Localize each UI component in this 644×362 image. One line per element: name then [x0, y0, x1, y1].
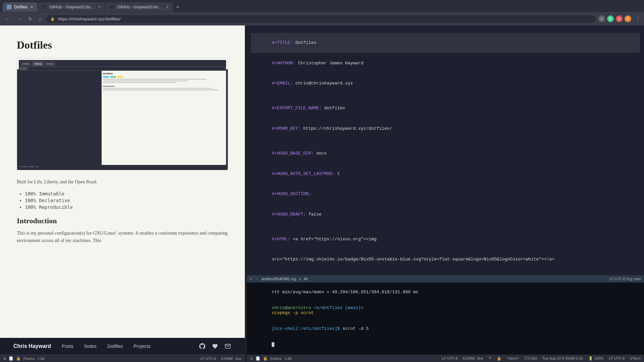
nix-shell-prompt: [nix-shell:/etc/dotfiles]$: [272, 326, 340, 331]
org-html2-line: #+HTML: <a href="https://www.gnu.org/sof…: [251, 270, 640, 275]
mini-browser: dotfiles GitHub GitHub: [19, 69, 226, 168]
sys-left: 📄 🔒 Firefox 1 All: [250, 356, 291, 361]
toolbar-icons: ☆ B U F: [598, 15, 631, 22]
sys-vterm-label: *vterm*: [507, 356, 519, 361]
sys-firefox-label: Firefox: [270, 357, 282, 361]
org-hugo-auto-val: t: [335, 171, 340, 176]
org-author-line: #+AUTHOR: Christopher James Hayward: [251, 53, 640, 73]
sys-bot-label: 170 Bot: [524, 356, 537, 361]
heart-social-icon[interactable]: [211, 343, 219, 350]
blank-line-4: [251, 225, 640, 229]
org-email-val: chris@chrishayward.xyz: [293, 81, 353, 86]
org-hugo-section-line: #+HUGO_SECTION:: [251, 184, 640, 204]
bullet-item-2: 100% Declarative: [25, 198, 228, 203]
extension1-icon[interactable]: B: [607, 15, 614, 22]
sys-dot: [250, 357, 253, 360]
status-encoding: LF UTF-8: [200, 357, 216, 361]
sys-vterm2: VTerm: [630, 356, 641, 361]
tab-github1[interactable]: GitHub - chayward1/dotfi... ✕: [38, 2, 105, 12]
shell-cursor: [272, 342, 274, 347]
extension2-icon[interactable]: U: [616, 15, 623, 22]
mini-text3: [103, 82, 176, 83]
system-status-bar: 📄 🔒 Firefox 1 All LF UTF-8 EXWM : line 🔒…: [247, 355, 644, 362]
bullet-item-1: 100% Immutable: [25, 191, 228, 196]
org-email-key: #+EMAIL:: [272, 81, 292, 86]
blank-line-1: [251, 28, 640, 33]
sys-encoding: LF UTF-8: [442, 356, 458, 361]
mail-social-icon[interactable]: [224, 343, 231, 350]
org-export-line: #+EXPORT_FILE_NAME: dotfiles: [251, 98, 640, 118]
address-lock-icon: 🔒: [50, 17, 55, 21]
sys-lock2-icon: 🔒: [497, 356, 501, 361]
org-export-val: dotfiles: [322, 106, 345, 111]
new-tab-button[interactable]: +: [173, 3, 182, 11]
browser-status-bar: 📄 🔒 Firefox 1 All LF UTF-8 EXWM : line: [0, 355, 245, 362]
prev-cmd: nixpkgs -p scrot: [272, 310, 314, 315]
term-all-label: All: [304, 277, 308, 281]
bottom-nav: Chris Hayward Posts Notes Dotfiles Proje…: [0, 338, 245, 355]
org-html1-src-line: src="https://img.shields.io/badge/NixOS-…: [251, 249, 640, 269]
sys-exwm-mode: EXWM : line: [463, 356, 483, 361]
menu-icon[interactable]: ⋮: [635, 16, 641, 22]
intro-heading: Introduction: [17, 217, 228, 225]
sys-file-icon: 📄: [256, 356, 260, 361]
browser-content: Dotfiles Immutable NixOS dotfiles. Copy …: [0, 25, 245, 362]
nav-link-dotfiles[interactable]: Dotfiles: [107, 344, 123, 349]
screenshot-image: dotfiles GitHub GitHub: [17, 69, 228, 170]
terminal-area: #+TITLE: Dotfiles #+AUTHOR: Christopher …: [247, 25, 644, 362]
tab-close-dotfiles[interactable]: ✕: [30, 5, 33, 9]
cursor-line: [251, 337, 640, 352]
back-button[interactable]: ←: [3, 15, 12, 22]
tab-github2[interactable]: GitHub - chayward1/dotfi... ✕: [106, 2, 173, 12]
term-buffer-num: 1: [299, 277, 301, 281]
address-text: https://chrishayward.xyz/dotfiles/: [58, 16, 592, 21]
org-roam-line: #+ROAM_KEY: https://chrishayward.xyz/dot…: [251, 119, 640, 139]
bookmark-icon[interactable]: ☆: [598, 15, 605, 22]
org-hugo-auto-line: #+HUGO_AUTO_SET_LASTMOD: t: [251, 164, 640, 184]
term-file-name: dotfiles/README.org: [261, 277, 296, 281]
rtt-line: rtt min/avg/max/mdev = 49.294/186.651/36…: [251, 285, 640, 300]
org-roam-val: https://chrishayward.xyz/dotfiles/: [301, 126, 392, 131]
sys-encoding2: LF UTF-8: [609, 356, 625, 361]
refresh-button[interactable]: ↻: [26, 15, 34, 22]
status-left: 📄 🔒 Firefox 1 All: [3, 356, 44, 361]
nav-link-projects[interactable]: Projects: [133, 344, 151, 349]
mini-right-panel: Dotfiles Introduction: [102, 71, 226, 165]
status-file-icon: 📄: [9, 356, 13, 361]
nav-social-links: [199, 343, 231, 350]
bullet-item-3: 100% Reproducible: [25, 204, 228, 210]
nav-link-notes[interactable]: Notes: [84, 344, 97, 349]
mini-left-panel: [19, 71, 102, 165]
org-html1-line: #+HTML: <a href="https://nixos.org"><img: [251, 229, 640, 249]
rtt-text: rtt min/avg/max/mdev = 49.294/186.651/36…: [272, 290, 418, 295]
tab-dotfiles[interactable]: Dotfiles ✕: [3, 2, 37, 12]
org-hugo-base-key: #+HUGO_BASE_DIR:: [272, 151, 314, 156]
term-nav-icon: →: [255, 277, 259, 281]
org-author-val: Christopher James Hayward: [296, 61, 364, 66]
mini-text5: [103, 89, 219, 90]
shell-path: /e/dotfiles (main)>: [311, 305, 363, 310]
status-lock: 🔒: [16, 356, 21, 361]
sys-buffer-info: 1 All: [284, 357, 291, 361]
org-hugo-auto-key: #+HUGO_AUTO_SET_LASTMOD:: [272, 171, 334, 176]
tab-close-github1[interactable]: ✕: [98, 5, 101, 9]
sys-lock-icon: 🔒: [263, 356, 268, 361]
term-status-dot: [250, 278, 252, 280]
github-social-icon[interactable]: [199, 343, 206, 350]
sys-dot2: [489, 356, 491, 359]
org-hugo-base-line: #+HUGO_BASE_DIR: docs: [251, 143, 640, 164]
status-right: LF UTF-8 EXWM : line: [200, 357, 241, 361]
tab-close-github2[interactable]: ✕: [166, 5, 169, 9]
org-hugo-draft-line: #+HUGO_DRAFT: false: [251, 204, 640, 224]
org-html1-key: #+HTML:: [272, 237, 290, 242]
extension3-icon[interactable]: F: [625, 15, 631, 22]
blank-line-2: [251, 94, 640, 98]
nav-link-posts[interactable]: Posts: [62, 344, 73, 349]
intro-paragraph: This is my personal configuration(s) for…: [17, 229, 228, 244]
nix-shell-line: [nix-shell:/etc/dotfiles]$ scrot -d 5: [251, 321, 640, 336]
home-button[interactable]: ⌂: [37, 15, 44, 22]
org-hugo-draft-key: #+HUGO_DRAFT:: [272, 212, 306, 217]
forward-button[interactable]: →: [15, 15, 23, 22]
address-bar[interactable]: 🔒 https://chrishayward.xyz/dotfiles/: [46, 15, 596, 23]
mini-statusbar: LF UTF-8 · EXWM · Org: [19, 165, 226, 168]
